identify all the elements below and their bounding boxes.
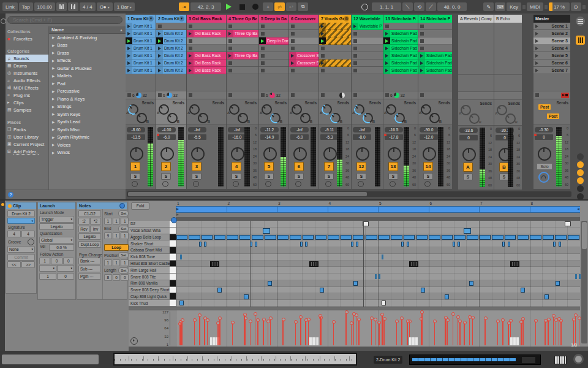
beat-time-ruler[interactable]: 12345678 xyxy=(176,201,580,221)
scene-play-icon[interactable] xyxy=(535,47,538,50)
midi-note[interactable] xyxy=(244,294,248,299)
velocity-stem[interactable] xyxy=(434,322,435,345)
clip-slot[interactable]: Sidechain Pad xyxy=(383,52,418,59)
length-bar-field[interactable]: 8 xyxy=(104,274,112,281)
volume-field[interactable]: -16.5 xyxy=(385,127,403,132)
clip-slot[interactable]: Sidechain Pad xyxy=(418,52,452,59)
velocity-stem[interactable] xyxy=(535,321,537,345)
clip-slot[interactable]: Crossover S xyxy=(289,59,318,67)
midi-note[interactable] xyxy=(379,274,380,279)
velocity-amount-field[interactable]: 0.0 % xyxy=(49,244,74,251)
midi-note[interactable] xyxy=(255,242,257,247)
clip-slot[interactable]: Drum Kit 1 xyxy=(126,52,156,59)
velocity-stem[interactable] xyxy=(255,315,256,346)
scene-play-icon[interactable] xyxy=(535,54,538,58)
midi-note[interactable] xyxy=(379,235,390,240)
midi-note[interactable] xyxy=(239,235,251,240)
track-header[interactable]: 12 Wavetable xyxy=(352,15,383,23)
length-beat-field[interactable]: 0 xyxy=(113,274,121,281)
midi-note[interactable] xyxy=(555,235,567,240)
clip-slot[interactable]: Oxi Bass Rack xyxy=(187,59,226,67)
black-key[interactable] xyxy=(170,261,176,267)
solo-button[interactable]: S xyxy=(130,173,140,180)
commit-groove-button[interactable]: Commit xyxy=(7,254,35,261)
clip-play-icon[interactable] xyxy=(227,30,233,37)
session-record-button[interactable] xyxy=(358,2,371,12)
midi-note[interactable] xyxy=(429,235,440,240)
velocity-stem[interactable] xyxy=(383,320,385,345)
track-activator-button[interactable]: 13 xyxy=(388,162,398,171)
midi-note[interactable] xyxy=(382,255,383,259)
sub-bank-chooser[interactable]: Sub --- xyxy=(78,266,101,272)
draw-mode-button[interactable]: ✎ xyxy=(483,2,494,11)
clip-slot[interactable] xyxy=(352,45,383,52)
velocity-stem[interactable] xyxy=(545,321,546,345)
send-b-knob[interactable]: B xyxy=(469,113,480,124)
clip-slot[interactable] xyxy=(319,59,351,67)
scene-play-icon[interactable] xyxy=(535,25,538,28)
velocity-stem[interactable] xyxy=(351,324,352,346)
midi-note[interactable] xyxy=(341,235,352,240)
midi-note[interactable] xyxy=(265,235,276,240)
velocity-stem[interactable] xyxy=(521,323,522,345)
sidebar-item-instruments[interactable]: ◎Instruments xyxy=(6,69,48,77)
send-b-knob[interactable]: B xyxy=(137,113,147,123)
clip-slot[interactable]: Deep in Dark xyxy=(259,37,288,45)
clip-play-icon[interactable] xyxy=(259,37,266,44)
midi-note[interactable] xyxy=(305,242,307,247)
send-b-knob[interactable]: B xyxy=(300,113,311,123)
tap-tempo-button[interactable]: Tap xyxy=(19,2,33,11)
capture-midi-button[interactable]: ⧉ xyxy=(298,2,308,11)
clip-slot[interactable]: Drum Kit 1 xyxy=(126,59,156,67)
preview-headphone-icon[interactable] xyxy=(171,217,177,223)
send-a-knob[interactable]: A xyxy=(128,104,138,115)
browser-folder-row[interactable]: ▶Guitar & Plucked xyxy=(49,64,126,72)
clip-slot[interactable] xyxy=(227,45,258,52)
clip-slot[interactable]: Drum Kit 2 xyxy=(156,52,186,59)
clip-play-icon[interactable] xyxy=(319,59,326,66)
clip-play-icon[interactable] xyxy=(156,45,163,52)
velocity-stem[interactable] xyxy=(333,323,334,345)
midi-note[interactable] xyxy=(510,261,520,267)
clip-color-chooser[interactable]: ▾ xyxy=(7,218,35,224)
send-a-knob[interactable]: A xyxy=(421,104,431,115)
pan-knob[interactable] xyxy=(191,147,205,161)
pan-knob[interactable] xyxy=(388,147,401,161)
sidebar-item-drums[interactable]: ▦Drums xyxy=(6,62,48,69)
volume-field[interactable]: -33.6 xyxy=(459,128,478,133)
velocity-stem[interactable] xyxy=(421,320,422,345)
clip-play-icon[interactable] xyxy=(319,37,326,44)
follow-time-bars-field[interactable]: 1 xyxy=(39,258,50,264)
midi-note[interactable] xyxy=(565,221,570,226)
midi-note[interactable] xyxy=(199,242,202,247)
computer-midi-keyboard-button[interactable]: ⌨ xyxy=(495,2,505,11)
sidebar-item-clips[interactable]: ▸Clips xyxy=(6,99,48,106)
peak-level-field[interactable]: -8.0 xyxy=(353,134,371,140)
clip-slot[interactable] xyxy=(187,45,226,52)
clip-play-icon[interactable] xyxy=(156,59,163,66)
white-key[interactable] xyxy=(170,274,176,280)
midi-note[interactable] xyxy=(401,242,404,247)
clip-play-icon[interactable] xyxy=(126,30,132,37)
velocity-stem[interactable] xyxy=(300,318,301,346)
volume-field[interactable]: -Inf xyxy=(188,127,206,132)
browser-folder-row[interactable]: ▶Winds xyxy=(49,149,126,157)
drum-row-label[interactable]: Vocal Shout Wha xyxy=(129,228,170,234)
clip-slot[interactable] xyxy=(227,23,258,30)
end-unit-field[interactable]: 1 xyxy=(121,232,129,239)
scene-slot[interactable]: Scene 7 xyxy=(533,67,570,74)
mixer-section-toggle-1[interactable] xyxy=(577,161,584,168)
midi-note[interactable] xyxy=(375,274,377,279)
volume-field[interactable]: -4.00 xyxy=(157,127,176,132)
volume-field[interactable]: -90.0 xyxy=(420,127,438,132)
track-activator-button[interactable]: 14 xyxy=(423,162,433,171)
velocity-fold-icon[interactable] xyxy=(130,337,138,345)
scene-slot[interactable]: Scene 5 xyxy=(533,52,570,59)
midi-note[interactable] xyxy=(445,294,449,299)
clip-slot[interactable]: Crossover S xyxy=(289,52,318,59)
name-column-header[interactable]: Name▲ xyxy=(49,26,126,34)
clip-play-icon[interactable] xyxy=(383,37,390,44)
drum-row-label[interactable]: Shaker Short xyxy=(129,240,170,247)
clip-slot[interactable] xyxy=(289,45,318,52)
white-key[interactable] xyxy=(170,240,176,247)
